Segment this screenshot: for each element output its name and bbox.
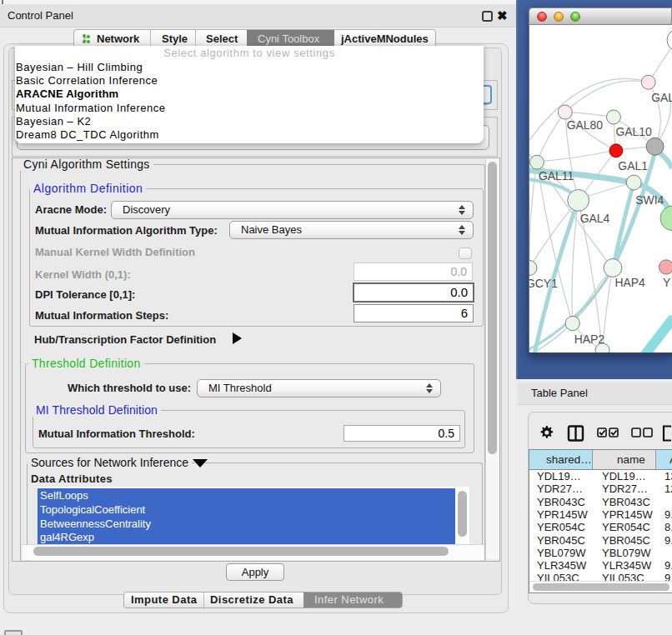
svg-text:GAL11: GAL11: [539, 169, 574, 182]
svg-text:GAL10: GAL10: [615, 125, 652, 138]
svg-text:GAL1: GAL1: [618, 159, 648, 172]
svg-text:GAL2: GAL2: [651, 91, 672, 104]
svg-text:SWI4: SWI4: [635, 193, 664, 207]
svg-text:GAL80: GAL80: [567, 118, 604, 132]
svg-text:HAP2: HAP2: [574, 332, 605, 346]
svg-text:HAP4: HAP4: [614, 276, 645, 289]
svg-text:GCY1: GCY1: [529, 277, 558, 290]
svg-text:GAL4: GAL4: [580, 212, 610, 225]
svg-text:Y: Y: [663, 276, 670, 289]
